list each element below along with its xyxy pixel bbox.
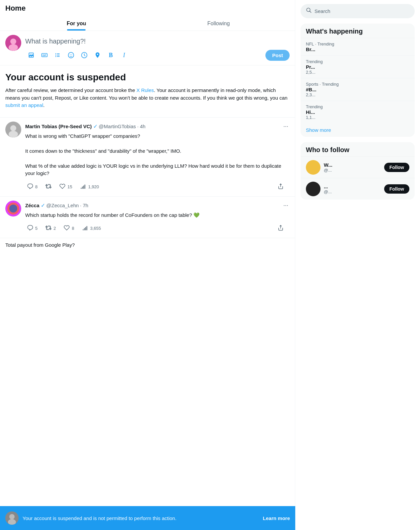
reply-count: 8 bbox=[35, 184, 37, 189]
reply-count-2: 5 bbox=[35, 226, 37, 231]
whats-happening-section: What's happening NFL · Trending Br... Tr… bbox=[301, 24, 415, 137]
trend-item-2[interactable]: Trending Pr... 2,5... bbox=[301, 55, 415, 78]
bottom-notification: Your account is suspended and is not per… bbox=[0, 506, 295, 530]
tab-following[interactable]: Following bbox=[148, 15, 290, 31]
share-icon bbox=[278, 183, 284, 190]
trend-count-4: 1,1... bbox=[306, 115, 409, 120]
tweet-time-sep-2: · bbox=[80, 203, 81, 208]
tweet-more-button[interactable]: ··· bbox=[282, 122, 290, 131]
suspension-banner: Your account is suspended After careful … bbox=[0, 65, 295, 118]
tweet-content: Martin Tobias (Pre-Seed VC) ✓ @MartinGTo… bbox=[25, 122, 290, 192]
trend-name-2: Pr... bbox=[306, 64, 409, 70]
like-icon bbox=[59, 183, 65, 190]
main-feed: Home For you Following What is happening… bbox=[0, 0, 295, 530]
svg-rect-27 bbox=[85, 227, 86, 230]
svg-rect-25 bbox=[83, 229, 83, 230]
follow-name-1: W... bbox=[324, 162, 381, 168]
trend-category-1: NFL · Trending bbox=[306, 42, 409, 46]
trend-item-4[interactable]: Trending Hi... 1,1... bbox=[301, 101, 415, 123]
tweet-time: · bbox=[137, 124, 139, 129]
svg-point-1 bbox=[10, 39, 16, 44]
trend-name-3: #B... bbox=[306, 87, 409, 92]
follow-handle-2: @... bbox=[324, 189, 381, 194]
retweet-count-2: 2 bbox=[53, 226, 56, 231]
svg-point-7 bbox=[55, 56, 56, 57]
x-rules-link[interactable]: X Rules bbox=[136, 87, 154, 93]
tweet-card[interactable]: Martin Tobias (Pre-Seed VC) ✓ @MartinGTo… bbox=[0, 118, 295, 197]
svg-point-13 bbox=[72, 54, 72, 55]
post-button[interactable]: Post bbox=[265, 50, 290, 61]
like-button-2[interactable]: 8 bbox=[62, 223, 77, 234]
learn-more-button[interactable]: Learn more bbox=[263, 515, 290, 521]
bold-icon[interactable]: B bbox=[105, 49, 117, 61]
svg-text:GIF: GIF bbox=[42, 54, 46, 56]
svg-point-12 bbox=[70, 54, 71, 55]
sidebar-search[interactable]: Search bbox=[301, 4, 415, 18]
tweet-more-button-2[interactable]: ··· bbox=[282, 201, 290, 210]
views-button[interactable]: 1,920 bbox=[78, 181, 103, 192]
svg-point-6 bbox=[55, 55, 56, 56]
location-icon[interactable] bbox=[92, 49, 104, 61]
views-button-2[interactable]: 3,655 bbox=[80, 223, 105, 234]
whats-happening-title: What's happening bbox=[301, 24, 415, 38]
feed-header: Home For you Following bbox=[0, 0, 295, 31]
svg-rect-18 bbox=[81, 188, 81, 189]
svg-point-17 bbox=[9, 131, 18, 137]
trend-name-1: Br... bbox=[306, 46, 409, 52]
submit-appeal-link[interactable]: submit an appeal bbox=[5, 102, 43, 108]
follow-button-2[interactable]: Follow bbox=[384, 184, 409, 194]
partial-tweet: Total payout from Google Play? bbox=[0, 238, 295, 252]
retweet-button[interactable] bbox=[43, 181, 55, 192]
image-icon[interactable] bbox=[25, 49, 37, 61]
tweet-handle-2: @Zecca_Lehn bbox=[46, 203, 79, 208]
reply-icon-2 bbox=[27, 225, 33, 232]
gif-icon[interactable]: GIF bbox=[38, 49, 50, 61]
verified-icon-2: ✓ bbox=[41, 202, 45, 209]
views-count-2: 3,655 bbox=[90, 226, 101, 231]
trend-category-2: Trending bbox=[306, 59, 409, 64]
like-button[interactable]: 15 bbox=[57, 181, 75, 192]
compose-toolbar: GIF B bbox=[25, 49, 290, 61]
tweet-meta-2: Zécca ✓ @Zecca_Lehn · 7h ··· bbox=[25, 201, 290, 210]
suspension-text: After careful review, we determined your… bbox=[5, 87, 290, 109]
tweet-actions-2: 5 2 8 bbox=[25, 223, 290, 234]
svg-rect-20 bbox=[83, 185, 84, 189]
reply-button-2[interactable]: 5 bbox=[25, 223, 41, 234]
tweet-body: What is wrong with "ChatGPT wrapper" com… bbox=[25, 132, 290, 177]
tweet-header-2: Zécca ✓ @Zecca_Lehn · 7h ··· Which start… bbox=[5, 201, 290, 234]
views-icon bbox=[80, 183, 86, 190]
reply-button[interactable]: 8 bbox=[25, 181, 41, 192]
share-button[interactable] bbox=[276, 181, 287, 192]
italic-icon[interactable]: I bbox=[118, 49, 130, 61]
compose-right: What is happening?! GIF bbox=[25, 35, 290, 61]
tweet-header: Martin Tobias (Pre-Seed VC) ✓ @MartinGTo… bbox=[5, 122, 290, 192]
follow-item-2: ... @... Follow bbox=[301, 178, 415, 200]
tab-for-you[interactable]: For you bbox=[5, 15, 148, 31]
schedule-icon[interactable] bbox=[78, 49, 90, 61]
svg-point-2 bbox=[9, 44, 18, 51]
tweet-avatar bbox=[5, 122, 21, 137]
follow-info-2: ... @... bbox=[324, 184, 381, 194]
follow-name-2: ... bbox=[324, 184, 381, 189]
who-to-follow-title: Who to follow bbox=[301, 142, 415, 156]
trend-item-3[interactable]: Sports · Trending #B... 2,3... bbox=[301, 78, 415, 101]
svg-point-16 bbox=[10, 125, 16, 131]
svg-rect-28 bbox=[86, 226, 87, 230]
like-icon-2 bbox=[64, 225, 70, 232]
search-icon bbox=[306, 7, 312, 15]
follow-button-1[interactable]: Follow bbox=[384, 163, 409, 172]
tabs-container: For you Following bbox=[5, 15, 290, 31]
tweet-card-2[interactable]: Zécca ✓ @Zecca_Lehn · 7h ··· Which start… bbox=[0, 197, 295, 238]
trend-item-1[interactable]: NFL · Trending Br... bbox=[301, 38, 415, 55]
show-more-trends[interactable]: Show more bbox=[301, 123, 415, 137]
emoji-icon[interactable] bbox=[65, 49, 77, 61]
retweet-button-2[interactable]: 2 bbox=[43, 223, 59, 234]
page-title: Home bbox=[5, 0, 290, 15]
svg-point-30 bbox=[9, 514, 15, 519]
list-icon[interactable] bbox=[52, 49, 64, 61]
reply-icon bbox=[27, 183, 33, 190]
tweet-meta: Martin Tobias (Pre-Seed VC) ✓ @MartinGTo… bbox=[25, 122, 290, 131]
tweet-name: Martin Tobias (Pre-Seed VC) bbox=[25, 124, 92, 129]
compose-placeholder[interactable]: What is happening?! bbox=[25, 35, 290, 46]
share-button-2[interactable] bbox=[276, 223, 287, 234]
